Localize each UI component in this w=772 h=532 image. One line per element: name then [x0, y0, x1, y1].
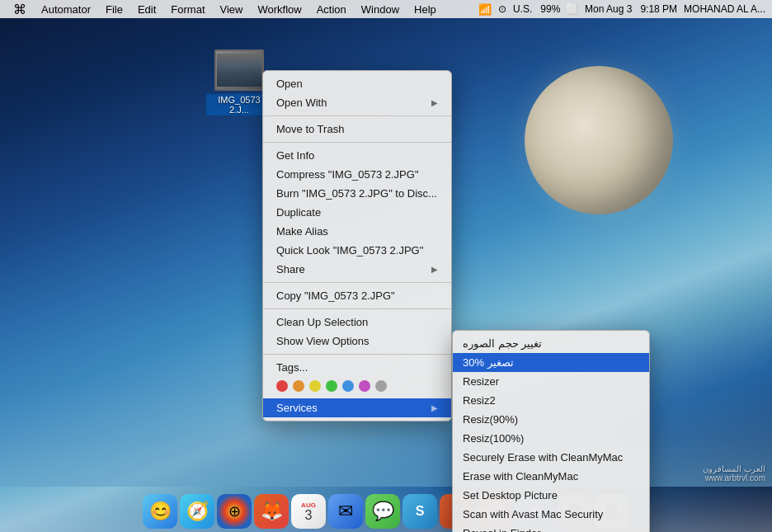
ctx-tags-row: [263, 377, 451, 398]
menu-window[interactable]: Window: [355, 2, 406, 17]
dock: 😊 🧭 ⊕ 🦊 AUG 3 ✉ 💬 S 📱 🌸: [0, 487, 772, 532]
menubar-right: 📶 ⊙ U.S. 99% ⬜ Mon Aug 3 9:18 PM MOHANAD…: [478, 3, 765, 16]
tag-yellow[interactable]: [309, 380, 321, 392]
calendar-day: 3: [305, 509, 313, 522]
chrome-icon: ⊕: [228, 502, 241, 520]
ctx-compress[interactable]: Compress "IMG_0573 2.JPG": [263, 165, 451, 184]
services-submenu: تغيير حجم الصوره تصغير %30 Resizer Resiz…: [452, 330, 650, 532]
svc-resizer[interactable]: Resizer: [453, 372, 649, 391]
svc-resiz100[interactable]: Resiz(100%): [453, 429, 649, 448]
svc-reveal-finder[interactable]: Reveal in Finder: [453, 524, 649, 532]
ctx-sep-2: [263, 142, 451, 143]
ctx-make-alias[interactable]: Make Alias: [263, 222, 451, 241]
menu-automator[interactable]: Automator: [35, 2, 97, 17]
menu-edit[interactable]: Edit: [131, 2, 162, 17]
ctx-open-with[interactable]: Open With ▶: [263, 93, 451, 112]
tag-orange[interactable]: [293, 380, 304, 392]
svc-scale30[interactable]: تصغير %30: [453, 353, 649, 372]
tag-red[interactable]: [276, 380, 288, 392]
watermark: العرب المسافرون www.arbtrvl.com: [703, 464, 765, 483]
apple-menu[interactable]: ⌘: [7, 2, 33, 17]
open-with-arrow: ▶: [431, 98, 438, 107]
moon: [525, 66, 673, 214]
ctx-burn[interactable]: Burn "IMG_0573 2.JPG" to Disc...: [263, 184, 451, 203]
svc-set-desktop[interactable]: Set Desktop Picture: [453, 486, 649, 505]
context-menu: Open Open With ▶ Move to Trash Get Info …: [262, 70, 452, 421]
menu-action[interactable]: Action: [310, 2, 353, 17]
file-thumbnail-inner: [217, 54, 261, 87]
menu-help[interactable]: Help: [407, 2, 443, 17]
wifi-icon: 📶: [478, 3, 492, 16]
datetime: Mon Aug 3 9:18 PM: [585, 3, 677, 15]
dock-safari[interactable]: 🧭: [180, 494, 214, 529]
messages-icon: 💬: [372, 501, 394, 522]
dock-firefox[interactable]: 🦊: [254, 494, 289, 529]
ctx-sep-3: [263, 282, 451, 283]
menu-workflow[interactable]: Workflow: [251, 2, 308, 17]
dock-calendar[interactable]: AUG 3: [291, 494, 326, 529]
ctx-duplicate[interactable]: Duplicate: [263, 203, 451, 222]
ctx-sep-4: [263, 308, 451, 309]
menu-view[interactable]: View: [214, 2, 250, 17]
svc-resiz2[interactable]: Resiz2: [453, 391, 649, 410]
ctx-move-to-trash[interactable]: Move to Trash: [263, 120, 451, 139]
menu-file[interactable]: File: [99, 2, 129, 17]
ctx-sep-1: [263, 115, 451, 116]
username[interactable]: MOHANAD AL A...: [684, 3, 765, 15]
svc-resize-title[interactable]: تغيير حجم الصوره: [453, 334, 649, 353]
mail-icon: ✉: [338, 501, 353, 522]
battery-status: U.S. 99% ⬜: [513, 3, 578, 15]
watermark-line2: www.arbtrvl.com: [703, 473, 765, 483]
firefox-icon: 🦊: [261, 501, 283, 522]
share-arrow: ▶: [431, 265, 438, 274]
desktop: ⌘ Automator File Edit Format View Workfl…: [0, 0, 772, 532]
ctx-tags[interactable]: Tags...: [263, 358, 451, 377]
ctx-copy[interactable]: Copy "IMG_0573 2.JPG": [263, 286, 451, 305]
ctx-services[interactable]: Services ▶: [263, 398, 451, 417]
ctx-open[interactable]: Open: [263, 74, 451, 93]
watermark-line1: العرب المسافرون: [703, 464, 765, 473]
ctx-sep-5: [263, 354, 451, 355]
dock-skype[interactable]: S: [402, 494, 437, 529]
tag-gray[interactable]: [375, 380, 387, 392]
svc-secure-erase[interactable]: Securely Erase with CleanMyMac: [453, 448, 649, 467]
dock-finder[interactable]: 😊: [143, 494, 177, 529]
svc-erase[interactable]: Erase with CleanMyMac: [453, 467, 649, 486]
menubar-left: ⌘ Automator File Edit Format View Workfl…: [7, 2, 478, 17]
ctx-share[interactable]: Share ▶: [263, 260, 451, 279]
menu-format[interactable]: Format: [164, 2, 211, 17]
svc-resiz90[interactable]: Resiz(90%): [453, 410, 649, 429]
svc-avast-scan[interactable]: Scan with Avast Mac Security: [453, 505, 649, 524]
notification-center-icon[interactable]: ⊙: [498, 3, 506, 15]
tag-purple[interactable]: [359, 380, 370, 392]
menubar: ⌘ Automator File Edit Format View Workfl…: [0, 0, 772, 18]
ctx-get-info[interactable]: Get Info: [263, 146, 451, 165]
dock-messages[interactable]: 💬: [365, 494, 400, 529]
services-arrow: ▶: [431, 403, 438, 412]
safari-icon: 🧭: [186, 501, 209, 522]
ctx-view-options[interactable]: Show View Options: [263, 332, 451, 351]
dock-mail[interactable]: ✉: [328, 494, 363, 529]
skype-icon: S: [416, 504, 425, 519]
finder-icon: 😊: [149, 501, 172, 522]
ctx-clean-up[interactable]: Clean Up Selection: [263, 313, 451, 332]
dock-chrome[interactable]: ⊕: [217, 494, 252, 529]
tag-green[interactable]: [326, 380, 337, 392]
file-thumbnail: [214, 49, 264, 91]
tag-blue[interactable]: [342, 380, 354, 392]
ctx-quick-look[interactable]: Quick Look "IMG_0573 2.JPG": [263, 241, 451, 260]
